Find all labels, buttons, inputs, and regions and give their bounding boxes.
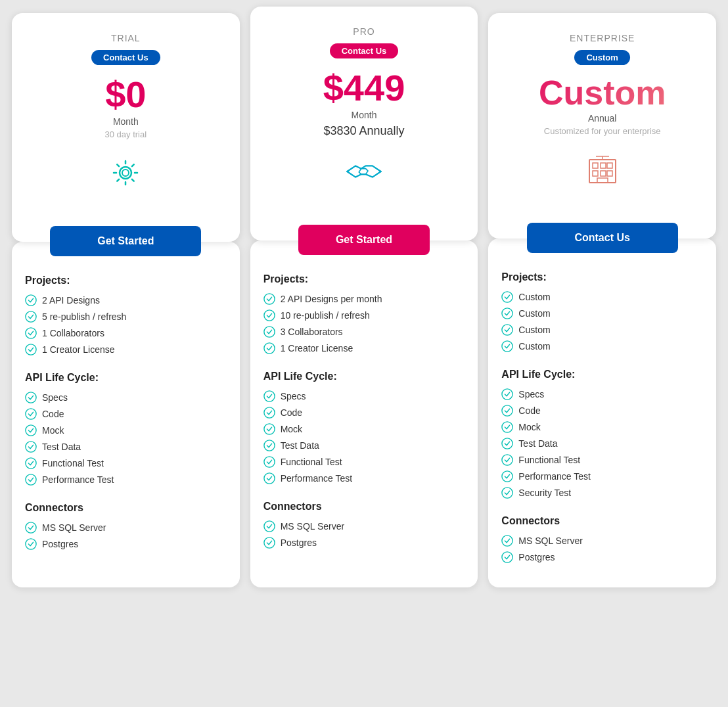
svg-point-8 bbox=[26, 424, 36, 435]
trial-lifecycle-title: API Life Cycle: bbox=[25, 372, 227, 384]
svg-point-38 bbox=[502, 308, 512, 319]
list-item: Custom bbox=[501, 291, 703, 303]
svg-point-39 bbox=[502, 325, 512, 335]
pro-period: Month bbox=[263, 110, 465, 120]
check-icon bbox=[25, 294, 37, 306]
enterprise-cta-button[interactable]: Contact Us bbox=[527, 223, 678, 253]
pro-title: PRO bbox=[263, 26, 465, 37]
list-item: Mock bbox=[263, 423, 465, 435]
svg-point-1 bbox=[122, 170, 129, 176]
list-item: Functional Test bbox=[25, 457, 227, 469]
check-icon bbox=[263, 423, 275, 435]
svg-point-4 bbox=[26, 327, 36, 338]
svg-point-17 bbox=[264, 342, 275, 353]
enterprise-icon bbox=[580, 147, 626, 193]
check-icon bbox=[263, 293, 275, 305]
svg-rect-31 bbox=[601, 171, 606, 176]
trial-price: $0 bbox=[25, 74, 227, 115]
check-icon bbox=[25, 327, 37, 339]
check-icon bbox=[263, 537, 275, 549]
svg-point-19 bbox=[264, 407, 275, 417]
gear-icon bbox=[106, 153, 145, 193]
enterprise-top-card: ENTERPRISE Custom Custom Annual Customiz… bbox=[488, 13, 716, 239]
svg-point-12 bbox=[26, 522, 36, 532]
list-item: Test Data bbox=[263, 440, 465, 451]
pro-badge[interactable]: Contact Us bbox=[330, 43, 399, 58]
check-icon bbox=[501, 454, 513, 466]
svg-point-0 bbox=[120, 167, 131, 179]
list-item: Performance Test bbox=[501, 470, 703, 482]
pro-top-card: PRO Contact Us $449 Month $3830 Annually… bbox=[250, 7, 478, 240]
svg-point-42 bbox=[502, 405, 512, 416]
enterprise-sub: Customized for your enterprise bbox=[501, 126, 703, 136]
svg-point-37 bbox=[502, 292, 512, 302]
svg-point-14 bbox=[264, 293, 275, 304]
list-item: 1 Creator License bbox=[263, 342, 465, 354]
list-item: Performance Test bbox=[25, 474, 227, 486]
pro-icon bbox=[341, 148, 387, 194]
check-icon bbox=[25, 392, 37, 403]
svg-point-2 bbox=[26, 294, 36, 305]
list-item: Code bbox=[263, 407, 465, 419]
trial-top-card: TRIAL Contact Us $0 Month 30 day trial G… bbox=[12, 13, 240, 242]
trial-cta-button[interactable]: Get Started bbox=[50, 226, 201, 256]
check-icon bbox=[263, 520, 275, 532]
check-icon bbox=[263, 390, 275, 402]
pro-cta-button[interactable]: Get Started bbox=[298, 225, 430, 255]
handshake-icon bbox=[344, 152, 384, 191]
list-item: Security Test bbox=[501, 487, 703, 499]
list-item: Performance Test bbox=[263, 472, 465, 484]
check-icon bbox=[25, 441, 37, 453]
list-item: Test Data bbox=[25, 441, 227, 453]
enterprise-lifecycle-title: API Life Cycle: bbox=[501, 369, 703, 380]
enterprise-bottom-card: Projects: Custom Custom Custom Custom AP… bbox=[488, 239, 716, 587]
list-item: 5 re-publish / refresh bbox=[25, 311, 227, 323]
svg-rect-28 bbox=[601, 163, 606, 168]
list-item: Functional Test bbox=[263, 456, 465, 468]
check-icon bbox=[501, 324, 513, 336]
svg-rect-33 bbox=[597, 178, 608, 183]
list-item: 1 Creator License bbox=[25, 344, 227, 355]
check-icon bbox=[25, 522, 37, 534]
svg-point-13 bbox=[26, 538, 36, 549]
check-icon bbox=[501, 487, 513, 499]
list-item: Mock bbox=[25, 424, 227, 436]
enterprise-price: Custom bbox=[501, 74, 703, 112]
list-item: Functional Test bbox=[501, 454, 703, 466]
plan-enterprise: ENTERPRISE Custom Custom Annual Customiz… bbox=[483, 7, 721, 594]
pro-projects-title: Projects: bbox=[263, 273, 465, 285]
enterprise-badge[interactable]: Custom bbox=[574, 50, 629, 65]
check-icon bbox=[501, 291, 513, 303]
trial-icon bbox=[102, 150, 148, 196]
svg-rect-30 bbox=[593, 171, 598, 176]
check-icon bbox=[501, 551, 513, 563]
pro-bottom-card: Projects: 2 API Designs per month 10 re-… bbox=[250, 240, 478, 588]
check-icon bbox=[25, 344, 37, 355]
svg-point-9 bbox=[26, 441, 36, 451]
enterprise-period: Annual bbox=[501, 113, 703, 124]
list-item: MS SQL Server bbox=[25, 522, 227, 534]
pro-connectors-title: Connectors bbox=[263, 501, 465, 513]
svg-point-46 bbox=[502, 471, 512, 482]
list-item: 10 re-publish / refresh bbox=[263, 309, 465, 321]
svg-point-44 bbox=[502, 438, 512, 449]
check-icon bbox=[263, 309, 275, 321]
svg-point-16 bbox=[264, 326, 275, 336]
svg-point-48 bbox=[502, 536, 512, 546]
svg-point-41 bbox=[502, 389, 512, 399]
check-icon bbox=[263, 326, 275, 338]
pro-lifecycle-title: API Life Cycle: bbox=[263, 371, 465, 382]
check-icon bbox=[263, 440, 275, 451]
list-item: 1 Collaborators bbox=[25, 327, 227, 339]
pro-price: $449 bbox=[263, 68, 465, 108]
svg-rect-27 bbox=[593, 163, 598, 168]
check-icon bbox=[501, 421, 513, 433]
check-icon bbox=[25, 408, 37, 420]
check-icon bbox=[25, 311, 37, 323]
svg-point-7 bbox=[26, 408, 36, 419]
trial-projects-title: Projects: bbox=[25, 275, 227, 286]
svg-point-49 bbox=[502, 552, 512, 562]
svg-point-6 bbox=[26, 392, 36, 402]
trial-badge[interactable]: Contact Us bbox=[91, 50, 160, 65]
list-item: Custom bbox=[501, 324, 703, 336]
